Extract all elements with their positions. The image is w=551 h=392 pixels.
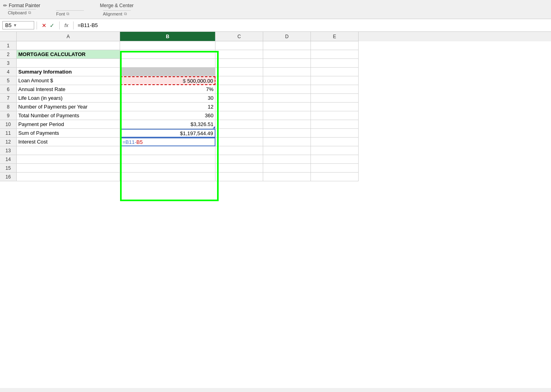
cell-c1[interactable] — [215, 41, 263, 50]
cell-c14[interactable] — [215, 155, 263, 164]
cell-a14[interactable] — [17, 155, 120, 164]
cell-c16[interactable] — [215, 173, 263, 181]
formula-confirm-icon[interactable]: ✓ — [50, 22, 54, 29]
cell-e6[interactable] — [311, 85, 359, 94]
cell-a7[interactable]: Life Loan (in years) — [17, 94, 120, 103]
cell-b13[interactable] — [120, 146, 215, 155]
cell-d12[interactable] — [263, 138, 311, 146]
cell-c7[interactable] — [215, 94, 263, 103]
cell-a8[interactable]: Number of Payments per Year — [17, 103, 120, 111]
cell-c10[interactable] — [215, 120, 263, 129]
cell-c13[interactable] — [215, 146, 263, 155]
cell-d7[interactable] — [263, 94, 311, 103]
cell-e2[interactable] — [311, 50, 359, 59]
cell-b11[interactable]: $1,197,544.49 — [120, 129, 215, 138]
cell-d8[interactable] — [263, 103, 311, 111]
cell-c12[interactable] — [215, 138, 263, 146]
cell-a3[interactable] — [17, 59, 120, 68]
cell-b12[interactable]: =B11-B5 — [120, 138, 215, 146]
cell-d13[interactable] — [263, 146, 311, 155]
cell-e1[interactable] — [311, 41, 359, 50]
cell-c2[interactable] — [215, 50, 263, 59]
formula-input[interactable] — [76, 21, 549, 29]
cell-c6[interactable] — [215, 85, 263, 94]
cell-a15[interactable] — [17, 164, 120, 173]
cell-e5[interactable] — [311, 76, 359, 85]
cell-c5[interactable] — [215, 76, 263, 85]
cell-a2[interactable]: MORTGAGE CALCULATOR — [17, 50, 120, 59]
col-header-a[interactable]: A — [17, 32, 120, 41]
col-header-b[interactable]: B — [120, 32, 215, 41]
cell-c15[interactable] — [215, 164, 263, 173]
cell-c4[interactable] — [215, 68, 263, 76]
cell-b15[interactable] — [120, 164, 215, 173]
cell-ref-dropdown-icon[interactable]: ▼ — [13, 23, 17, 27]
cell-d10[interactable] — [263, 120, 311, 129]
cell-d14[interactable] — [263, 155, 311, 164]
cell-e3[interactable] — [311, 59, 359, 68]
cell-e10[interactable] — [311, 120, 359, 129]
cell-a12[interactable]: Interest Cost — [17, 138, 120, 146]
cell-d2[interactable] — [263, 50, 311, 59]
cell-d5[interactable] — [263, 76, 311, 85]
cell-b14[interactable] — [120, 155, 215, 164]
cell-a13[interactable] — [17, 146, 120, 155]
cell-b2[interactable] — [120, 50, 215, 59]
alignment-expand-icon[interactable]: ⧉ — [124, 12, 127, 16]
cell-a5[interactable]: Loan Amount $ — [17, 76, 120, 85]
cell-e9[interactable] — [311, 111, 359, 120]
col-header-c[interactable]: C — [215, 32, 263, 41]
cell-a10[interactable]: Payment per Period — [17, 120, 120, 129]
cell-c11[interactable] — [215, 129, 263, 138]
cell-b16[interactable] — [120, 173, 215, 181]
cell-b6[interactable]: 7% — [120, 85, 215, 94]
cell-c3[interactable] — [215, 59, 263, 68]
cell-d6[interactable] — [263, 85, 311, 94]
cell-b4[interactable] — [120, 68, 215, 76]
cell-d4[interactable] — [263, 68, 311, 76]
row-header-15: 15 — [0, 164, 17, 173]
formula-bar-icons: ✕ ✓ — [39, 22, 57, 29]
cell-b5[interactable]: $ 500,000.00 — [120, 76, 215, 85]
cell-e11[interactable] — [311, 129, 359, 138]
table-row: 14 — [0, 155, 551, 164]
formula-cancel-icon[interactable]: ✕ — [42, 22, 47, 29]
dollar-sign: $ — [183, 78, 186, 84]
cell-e16[interactable] — [311, 173, 359, 181]
col-header-d[interactable]: D — [263, 32, 311, 41]
cell-a6[interactable]: Annual Interest Rate — [17, 85, 120, 94]
cell-e8[interactable] — [311, 103, 359, 111]
cell-reference-box[interactable]: B5 ▼ — [2, 21, 34, 29]
cell-c8[interactable] — [215, 103, 263, 111]
clipboard-expand-icon[interactable]: ⧉ — [28, 10, 31, 15]
cell-b3[interactable] — [120, 59, 215, 68]
cell-b7[interactable]: 30 — [120, 94, 215, 103]
cell-c9[interactable] — [215, 111, 263, 120]
cell-b10[interactable]: $3,326.51 — [120, 120, 215, 129]
cell-d9[interactable] — [263, 111, 311, 120]
table-row: 15 — [0, 164, 551, 173]
merge-center-label[interactable]: Merge & Center — [100, 3, 134, 8]
cell-a16[interactable] — [17, 173, 120, 181]
col-header-e[interactable]: E — [311, 32, 359, 41]
cell-e7[interactable] — [311, 94, 359, 103]
cell-e4[interactable] — [311, 68, 359, 76]
cell-a11[interactable]: Sum of Payments — [17, 129, 120, 138]
cell-b8[interactable]: 12 — [120, 103, 215, 111]
format-painter-button[interactable]: ✏ Format Painter — [3, 3, 40, 8]
cell-a9[interactable]: Total Number of Payments — [17, 111, 120, 120]
cell-e15[interactable] — [311, 164, 359, 173]
cell-e12[interactable] — [311, 138, 359, 146]
cell-d16[interactable] — [263, 173, 311, 181]
font-expand-icon[interactable]: ⧉ — [66, 12, 69, 16]
cell-d1[interactable] — [263, 41, 311, 50]
cell-a4[interactable]: Summary Information — [17, 68, 120, 76]
cell-d15[interactable] — [263, 164, 311, 173]
cell-e14[interactable] — [311, 155, 359, 164]
cell-e13[interactable] — [311, 146, 359, 155]
cell-d3[interactable] — [263, 59, 311, 68]
cell-d11[interactable] — [263, 129, 311, 138]
cell-b1[interactable] — [120, 41, 215, 50]
cell-b9[interactable]: 360 — [120, 111, 215, 120]
cell-a1[interactable] — [17, 41, 120, 50]
